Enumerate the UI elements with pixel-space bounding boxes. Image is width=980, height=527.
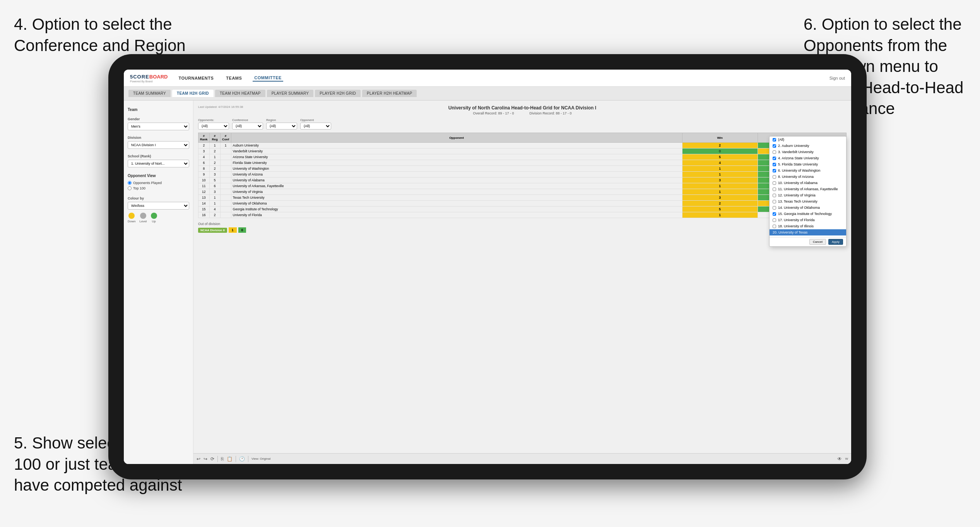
dropdown-checkbox[interactable] [773, 150, 776, 154]
eye-icon: 👁 [837, 456, 842, 462]
region-select[interactable]: (All) [266, 123, 297, 130]
table-row: 154Georgia Institute of Technology50 [198, 206, 847, 212]
undo-icon[interactable]: ↩ [197, 456, 200, 462]
nav-teams[interactable]: TEAMS [224, 75, 243, 81]
dropdown-item-label: 13. Texas Tech University [778, 200, 818, 203]
colour-down-dot [128, 213, 135, 219]
apply-button[interactable]: Apply [828, 239, 843, 245]
right-panel: Last Updated: 4/7/2024 16:55:38 Universi… [193, 101, 851, 464]
nav-committee[interactable]: COMMITTEE [253, 75, 283, 82]
dropdown-item[interactable]: (All) [770, 136, 846, 143]
opponent-view-label: Opponent View [128, 174, 189, 178]
copy-icon[interactable]: ⎘ [221, 456, 224, 462]
col-reg: #Reg [209, 133, 220, 143]
table-row: 93University of Arizona10 [198, 172, 847, 177]
dropdown-checkbox[interactable] [773, 206, 776, 210]
colour-down-label: Down [128, 220, 135, 223]
grid-tbody: 211Auburn University2132Vanderbilt Unive… [198, 143, 847, 218]
dropdown-item-label: 3. Vanderbilt University [778, 150, 814, 154]
dropdown-item[interactable]: 11. University of Arkansas, Fayetteville [770, 186, 846, 192]
dropdown-item[interactable]: 20. University of Texas [770, 229, 846, 235]
col-win: Win [682, 133, 758, 143]
tab-player-h2h-heatmap[interactable]: PLAYER H2H HEATMAP [362, 90, 417, 97]
team-label: Team [128, 107, 189, 112]
table-row: 131Texas Tech University30 [198, 195, 847, 201]
table-row: 82University of Washington10 [198, 166, 847, 172]
clock-icon[interactable]: 🕐 [239, 456, 245, 462]
dropdown-checkbox[interactable] [773, 188, 776, 191]
tab-player-h2h-grid[interactable]: PLAYER H2H GRID [315, 90, 361, 97]
dropdown-item[interactable]: 6. University of Washington [770, 167, 846, 174]
dropdown-checkbox[interactable] [773, 194, 776, 197]
table-row: 116University of Arkansas, Fayetteville1… [198, 183, 847, 189]
division2-row: NCAA Division II 1 0 [198, 227, 847, 233]
w-label: W [845, 457, 848, 460]
dropdown-item[interactable]: 14. University of Oklahoma [770, 205, 846, 211]
dropdown-checkbox[interactable] [773, 237, 776, 237]
signout-link[interactable]: Sign out [829, 76, 845, 80]
table-row: 211Auburn University21 [198, 143, 847, 148]
paste-icon[interactable]: 📋 [227, 456, 233, 462]
colour-level-label: Level [139, 220, 147, 223]
dropdown-item[interactable]: 12. University of Virginia [770, 192, 846, 198]
dropdown-checkbox[interactable] [773, 212, 776, 216]
table-row: 32Vanderbilt University04 [198, 148, 847, 154]
dropdown-checkbox[interactable] [773, 144, 776, 148]
radio-top-100[interactable]: Top 100 [128, 186, 189, 190]
dropdown-checkbox[interactable] [773, 175, 776, 179]
division-label: Division [128, 136, 189, 140]
dropdown-item-label: 12. University of Virginia [778, 193, 816, 197]
school-select[interactable]: 1. University of Nort... [128, 160, 189, 167]
dropdown-item-label: 10. University of Alabama [778, 181, 818, 185]
dropdown-item[interactable]: 15. Georgia Institute of Technology [770, 211, 846, 217]
refresh-icon[interactable]: ⟳ [210, 456, 214, 462]
opponent-select[interactable]: (All) [300, 123, 331, 130]
annotation-1: 4. Option to select the Conference and R… [14, 14, 204, 56]
dropdown-checkbox[interactable] [773, 181, 776, 185]
app-navbar: 5COREBOARD Powered By Board TOURNAMENTS … [124, 70, 851, 87]
table-row: 141University of Oklahoma22 [198, 201, 847, 206]
dropdown-checkbox[interactable] [773, 218, 776, 222]
conference-select[interactable]: (All) [232, 123, 263, 130]
colour-select[interactable]: Win/loss [128, 202, 189, 210]
dropdown-checkbox[interactable] [773, 163, 776, 166]
cancel-button[interactable]: Cancel [809, 239, 826, 245]
tab-team-h2h-grid[interactable]: TEAM H2H GRID [172, 90, 214, 97]
dropdown-item[interactable]: 4. Arizona State University [770, 155, 846, 161]
tab-team-h2h-heatmap[interactable]: TEAM H2H HEATMAP [215, 90, 265, 97]
dropdown-item[interactable]: 17. University of Florida [770, 217, 846, 223]
dropdown-item[interactable]: 10. University of Alabama [770, 180, 846, 186]
col-rank: #Rank [198, 133, 210, 143]
dropdown-item-label: 11. University of Arkansas, Fayetteville [778, 187, 838, 191]
div2-win: 1 [229, 227, 237, 233]
dropdown-item[interactable]: 13. Texas Tech University [770, 198, 846, 205]
tab-team-summary[interactable]: TEAM SUMMARY [128, 90, 171, 97]
division-select[interactable]: NCAA Division I [128, 141, 189, 149]
dropdown-checkbox[interactable] [773, 138, 776, 142]
gender-select[interactable]: Men's [128, 123, 189, 130]
dropdown-checkbox[interactable] [773, 169, 776, 172]
nav-tournaments[interactable]: TOURNAMENTS [177, 75, 215, 81]
dropdown-checkbox[interactable] [773, 157, 776, 160]
dropdown-checkbox[interactable] [773, 200, 776, 203]
sub-tabs: TEAM SUMMARY TEAM H2H GRID TEAM H2H HEAT… [124, 87, 851, 101]
colour-legend: Down Level Up [128, 213, 189, 223]
col-opponent: Opponent [231, 133, 682, 143]
dropdown-item[interactable]: 5. Florida State University [770, 161, 846, 167]
opponent-dropdown[interactable]: (All)2. Auburn University3. Vanderbilt U… [769, 136, 847, 247]
dropdown-item[interactable]: 3. Vanderbilt University [770, 149, 846, 155]
overall-record: Overall Record: 89 - 17 - 0 [473, 111, 514, 115]
radio-opponents-played[interactable]: Opponents Played [128, 181, 189, 185]
redo-icon[interactable]: ↪ [204, 456, 207, 462]
col-conf: #Conf [220, 133, 231, 143]
opponents-select[interactable]: (All) [198, 123, 229, 130]
dropdown-item[interactable]: 8. University of Arizona [770, 174, 846, 180]
toolbar: ↩ ↪ ⟳ ⎘ 📋 🕐 View: Original 👁 W [193, 453, 851, 464]
toolbar-divider3 [248, 456, 248, 462]
colour-up-dot [151, 213, 157, 219]
table-row: 123University of Virginia10 [198, 189, 847, 195]
dropdown-item[interactable]: 2. Auburn University [770, 143, 846, 149]
tab-player-summary[interactable]: PLAYER SUMMARY [267, 90, 314, 97]
dropdown-item[interactable]: 18. University of Illinois [770, 223, 846, 229]
dropdown-checkbox[interactable] [773, 225, 776, 228]
